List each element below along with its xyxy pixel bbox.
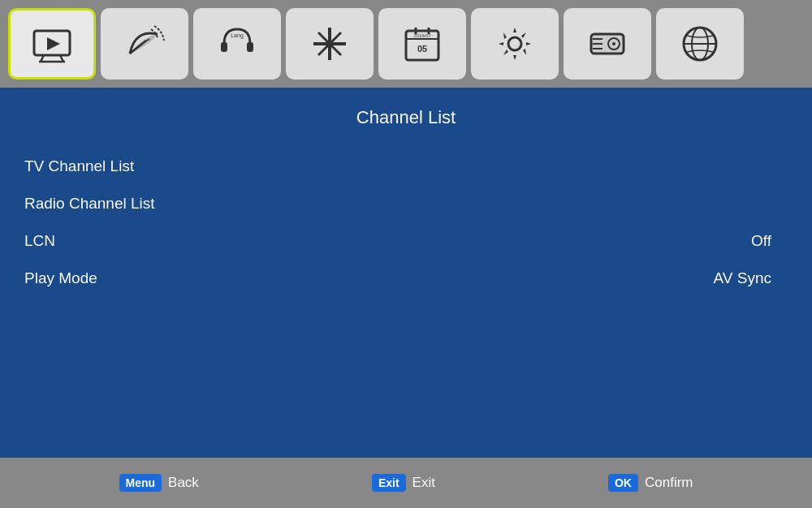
svg-point-19 [508, 37, 521, 50]
play-mode-value: AV Sync [714, 269, 788, 287]
tv-channel-list-label: TV Channel List [24, 157, 134, 175]
lcn-item[interactable]: LCN Off [24, 222, 788, 260]
nav-satellite-button[interactable] [101, 8, 188, 80]
radio-channel-list-item[interactable]: Radio Channel List [24, 185, 788, 222]
page-title: Channel List [24, 107, 788, 128]
nav-settings-button[interactable] [471, 8, 559, 80]
lcn-label: LCN [24, 232, 55, 250]
exit-badge: Exit [372, 474, 406, 492]
nav-play-button[interactable] [8, 8, 96, 80]
ok-confirm-label: Confirm [645, 475, 693, 491]
menu-badge: Menu [119, 474, 162, 492]
play-mode-label: Play Mode [24, 269, 97, 287]
ok-confirm-button[interactable]: OK Confirm [608, 474, 693, 492]
svg-marker-4 [47, 37, 60, 50]
svg-rect-7 [247, 42, 253, 52]
bottom-bar: Menu Back Exit Exit OK Confirm [0, 458, 812, 508]
nav-storage-button[interactable] [564, 8, 651, 80]
tv-channel-list-item[interactable]: TV Channel List [24, 148, 788, 185]
exit-button[interactable]: Exit Exit [372, 474, 435, 492]
menu-back-label: Back [168, 475, 199, 491]
nav-network-button[interactable] [656, 8, 744, 80]
nav-language-button[interactable]: Lang [193, 8, 281, 80]
svg-text:2016/07: 2016/07 [413, 33, 431, 38]
nav-calendar-button[interactable]: 05 2016/07 [378, 8, 466, 80]
lcn-value: Off [751, 232, 788, 250]
menu-back-button[interactable]: Menu Back [119, 474, 199, 492]
svg-text:Lang: Lang [231, 32, 244, 39]
svg-point-22 [612, 42, 615, 45]
svg-text:05: 05 [417, 44, 427, 54]
main-content: Channel List TV Channel List Radio Chann… [0, 88, 812, 458]
exit-label: Exit [412, 475, 435, 491]
nav-tools-button[interactable] [286, 8, 374, 80]
radio-channel-list-label: Radio Channel List [24, 195, 155, 213]
svg-rect-6 [221, 42, 227, 52]
ok-badge: OK [608, 474, 638, 492]
play-mode-item[interactable]: Play Mode AV Sync [24, 260, 788, 297]
top-nav-bar: Lang 05 2016/07 [0, 0, 812, 88]
